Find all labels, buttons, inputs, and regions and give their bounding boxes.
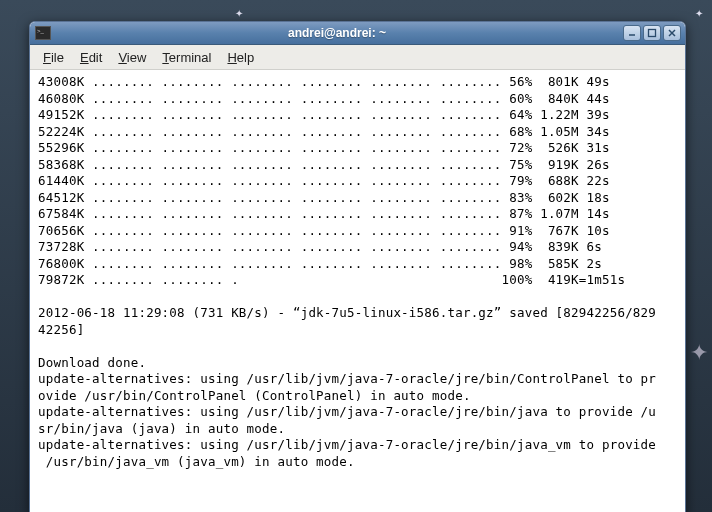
menu-view[interactable]: View — [111, 48, 153, 67]
menu-edit[interactable]: Edit — [73, 48, 109, 67]
terminal-window: >_ andrei@andrei: ~ File Edit View Termi… — [29, 21, 686, 512]
terminal-output[interactable]: 43008K ........ ........ ........ ......… — [30, 70, 685, 512]
window-controls — [623, 25, 681, 41]
menubar: File Edit View Terminal Help — [30, 45, 685, 70]
svg-rect-1 — [649, 30, 656, 37]
menu-terminal[interactable]: Terminal — [155, 48, 218, 67]
menu-file[interactable]: File — [36, 48, 71, 67]
window-title: andrei@andrei: ~ — [51, 26, 623, 40]
close-button[interactable] — [663, 25, 681, 41]
window-titlebar[interactable]: >_ andrei@andrei: ~ — [30, 22, 685, 45]
maximize-button[interactable] — [643, 25, 661, 41]
minimize-button[interactable] — [623, 25, 641, 41]
menu-help[interactable]: Help — [220, 48, 261, 67]
terminal-icon: >_ — [35, 26, 51, 40]
